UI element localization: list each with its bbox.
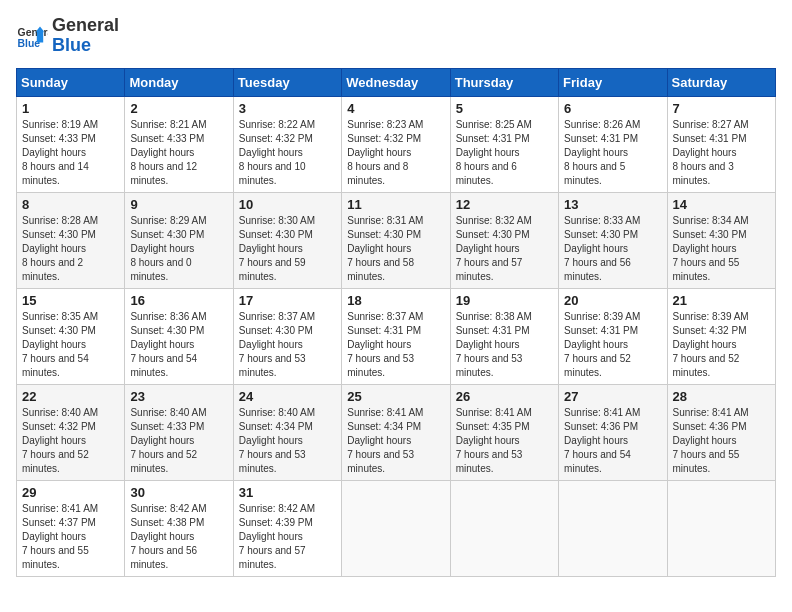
day-info: Sunrise: 8:40 AMSunset: 4:32 PMDaylight …: [22, 406, 119, 476]
day-number: 20: [564, 293, 661, 308]
day-number: 18: [347, 293, 444, 308]
day-number: 4: [347, 101, 444, 116]
day-number: 16: [130, 293, 227, 308]
calendar-cell: 20Sunrise: 8:39 AMSunset: 4:31 PMDayligh…: [559, 288, 667, 384]
calendar-cell: 23Sunrise: 8:40 AMSunset: 4:33 PMDayligh…: [125, 384, 233, 480]
calendar-cell: 22Sunrise: 8:40 AMSunset: 4:32 PMDayligh…: [17, 384, 125, 480]
day-number: 3: [239, 101, 336, 116]
calendar-cell: 30Sunrise: 8:42 AMSunset: 4:38 PMDayligh…: [125, 480, 233, 576]
logo: General Blue General Blue: [16, 16, 119, 56]
page-header: General Blue General Blue: [16, 16, 776, 56]
day-number: 24: [239, 389, 336, 404]
day-number: 2: [130, 101, 227, 116]
day-info: Sunrise: 8:41 AMSunset: 4:37 PMDaylight …: [22, 502, 119, 572]
calendar: SundayMondayTuesdayWednesdayThursdayFrid…: [16, 68, 776, 577]
day-number: 19: [456, 293, 553, 308]
calendar-cell: [559, 480, 667, 576]
day-info: Sunrise: 8:23 AMSunset: 4:32 PMDaylight …: [347, 118, 444, 188]
calendar-cell: 5Sunrise: 8:25 AMSunset: 4:31 PMDaylight…: [450, 96, 558, 192]
calendar-cell: 29Sunrise: 8:41 AMSunset: 4:37 PMDayligh…: [17, 480, 125, 576]
calendar-week-row: 15Sunrise: 8:35 AMSunset: 4:30 PMDayligh…: [17, 288, 776, 384]
day-info: Sunrise: 8:42 AMSunset: 4:39 PMDaylight …: [239, 502, 336, 572]
calendar-cell: 15Sunrise: 8:35 AMSunset: 4:30 PMDayligh…: [17, 288, 125, 384]
day-header-thursday: Thursday: [450, 68, 558, 96]
day-number: 26: [456, 389, 553, 404]
day-header-sunday: Sunday: [17, 68, 125, 96]
day-header-saturday: Saturday: [667, 68, 775, 96]
calendar-cell: 3Sunrise: 8:22 AMSunset: 4:32 PMDaylight…: [233, 96, 341, 192]
day-header-wednesday: Wednesday: [342, 68, 450, 96]
calendar-cell: 31Sunrise: 8:42 AMSunset: 4:39 PMDayligh…: [233, 480, 341, 576]
day-info: Sunrise: 8:35 AMSunset: 4:30 PMDaylight …: [22, 310, 119, 380]
day-info: Sunrise: 8:36 AMSunset: 4:30 PMDaylight …: [130, 310, 227, 380]
day-info: Sunrise: 8:39 AMSunset: 4:32 PMDaylight …: [673, 310, 770, 380]
day-number: 8: [22, 197, 119, 212]
calendar-cell: 14Sunrise: 8:34 AMSunset: 4:30 PMDayligh…: [667, 192, 775, 288]
day-number: 25: [347, 389, 444, 404]
day-info: Sunrise: 8:39 AMSunset: 4:31 PMDaylight …: [564, 310, 661, 380]
day-number: 27: [564, 389, 661, 404]
calendar-cell: [667, 480, 775, 576]
calendar-week-row: 29Sunrise: 8:41 AMSunset: 4:37 PMDayligh…: [17, 480, 776, 576]
svg-text:General: General: [18, 27, 48, 38]
day-info: Sunrise: 8:29 AMSunset: 4:30 PMDaylight …: [130, 214, 227, 284]
calendar-cell: 11Sunrise: 8:31 AMSunset: 4:30 PMDayligh…: [342, 192, 450, 288]
day-number: 15: [22, 293, 119, 308]
calendar-week-row: 8Sunrise: 8:28 AMSunset: 4:30 PMDaylight…: [17, 192, 776, 288]
day-info: Sunrise: 8:32 AMSunset: 4:30 PMDaylight …: [456, 214, 553, 284]
day-info: Sunrise: 8:25 AMSunset: 4:31 PMDaylight …: [456, 118, 553, 188]
calendar-cell: 1Sunrise: 8:19 AMSunset: 4:33 PMDaylight…: [17, 96, 125, 192]
calendar-week-row: 1Sunrise: 8:19 AMSunset: 4:33 PMDaylight…: [17, 96, 776, 192]
calendar-cell: 25Sunrise: 8:41 AMSunset: 4:34 PMDayligh…: [342, 384, 450, 480]
day-number: 23: [130, 389, 227, 404]
calendar-cell: 10Sunrise: 8:30 AMSunset: 4:30 PMDayligh…: [233, 192, 341, 288]
calendar-cell: 16Sunrise: 8:36 AMSunset: 4:30 PMDayligh…: [125, 288, 233, 384]
calendar-cell: 2Sunrise: 8:21 AMSunset: 4:33 PMDaylight…: [125, 96, 233, 192]
calendar-cell: 8Sunrise: 8:28 AMSunset: 4:30 PMDaylight…: [17, 192, 125, 288]
day-info: Sunrise: 8:41 AMSunset: 4:34 PMDaylight …: [347, 406, 444, 476]
day-info: Sunrise: 8:41 AMSunset: 4:36 PMDaylight …: [673, 406, 770, 476]
day-info: Sunrise: 8:21 AMSunset: 4:33 PMDaylight …: [130, 118, 227, 188]
calendar-cell: 4Sunrise: 8:23 AMSunset: 4:32 PMDaylight…: [342, 96, 450, 192]
day-info: Sunrise: 8:27 AMSunset: 4:31 PMDaylight …: [673, 118, 770, 188]
day-number: 30: [130, 485, 227, 500]
calendar-cell: 12Sunrise: 8:32 AMSunset: 4:30 PMDayligh…: [450, 192, 558, 288]
calendar-cell: 19Sunrise: 8:38 AMSunset: 4:31 PMDayligh…: [450, 288, 558, 384]
day-info: Sunrise: 8:19 AMSunset: 4:33 PMDaylight …: [22, 118, 119, 188]
calendar-cell: 26Sunrise: 8:41 AMSunset: 4:35 PMDayligh…: [450, 384, 558, 480]
day-header-tuesday: Tuesday: [233, 68, 341, 96]
day-info: Sunrise: 8:41 AMSunset: 4:36 PMDaylight …: [564, 406, 661, 476]
day-info: Sunrise: 8:28 AMSunset: 4:30 PMDaylight …: [22, 214, 119, 284]
calendar-cell: 6Sunrise: 8:26 AMSunset: 4:31 PMDaylight…: [559, 96, 667, 192]
day-number: 21: [673, 293, 770, 308]
day-info: Sunrise: 8:33 AMSunset: 4:30 PMDaylight …: [564, 214, 661, 284]
day-header-friday: Friday: [559, 68, 667, 96]
day-info: Sunrise: 8:37 AMSunset: 4:31 PMDaylight …: [347, 310, 444, 380]
day-number: 10: [239, 197, 336, 212]
day-info: Sunrise: 8:34 AMSunset: 4:30 PMDaylight …: [673, 214, 770, 284]
day-number: 11: [347, 197, 444, 212]
day-number: 13: [564, 197, 661, 212]
calendar-cell: [450, 480, 558, 576]
calendar-week-row: 22Sunrise: 8:40 AMSunset: 4:32 PMDayligh…: [17, 384, 776, 480]
day-number: 14: [673, 197, 770, 212]
logo-text: General Blue: [52, 16, 119, 56]
day-number: 22: [22, 389, 119, 404]
day-header-monday: Monday: [125, 68, 233, 96]
day-info: Sunrise: 8:37 AMSunset: 4:30 PMDaylight …: [239, 310, 336, 380]
day-info: Sunrise: 8:31 AMSunset: 4:30 PMDaylight …: [347, 214, 444, 284]
day-info: Sunrise: 8:40 AMSunset: 4:34 PMDaylight …: [239, 406, 336, 476]
day-number: 1: [22, 101, 119, 116]
calendar-cell: 27Sunrise: 8:41 AMSunset: 4:36 PMDayligh…: [559, 384, 667, 480]
logo-icon: General Blue: [16, 20, 48, 52]
calendar-cell: 21Sunrise: 8:39 AMSunset: 4:32 PMDayligh…: [667, 288, 775, 384]
calendar-cell: 24Sunrise: 8:40 AMSunset: 4:34 PMDayligh…: [233, 384, 341, 480]
day-number: 29: [22, 485, 119, 500]
day-info: Sunrise: 8:30 AMSunset: 4:30 PMDaylight …: [239, 214, 336, 284]
day-number: 5: [456, 101, 553, 116]
day-number: 28: [673, 389, 770, 404]
calendar-cell: 9Sunrise: 8:29 AMSunset: 4:30 PMDaylight…: [125, 192, 233, 288]
day-info: Sunrise: 8:38 AMSunset: 4:31 PMDaylight …: [456, 310, 553, 380]
day-number: 31: [239, 485, 336, 500]
calendar-cell: 13Sunrise: 8:33 AMSunset: 4:30 PMDayligh…: [559, 192, 667, 288]
